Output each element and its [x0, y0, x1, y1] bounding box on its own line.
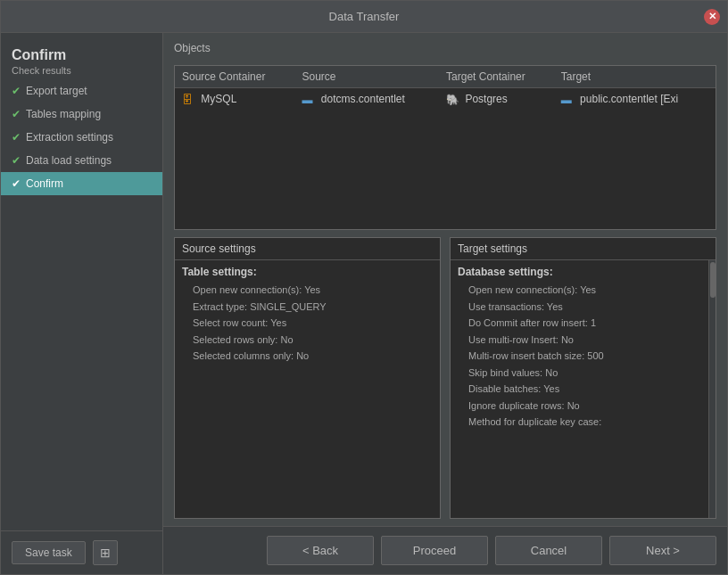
cancel-button[interactable]: Cancel	[495, 536, 602, 565]
col-target: Target	[554, 66, 716, 88]
sidebar-item-data-load-settings[interactable]: ✔ Data load settings	[1, 149, 162, 172]
dialog: Data Transfer ✕ Confirm Check results ✔ …	[0, 0, 728, 575]
target-setting-0: Open new connection(s): Yes	[458, 282, 701, 299]
title-bar: Data Transfer ✕	[1, 1, 727, 33]
target-setting-4: Multi-row insert batch size: 500	[458, 348, 701, 365]
target-setting-2: Do Commit after row insert: 1	[458, 315, 701, 332]
source-setting-3: Selected rows only: No	[182, 332, 433, 349]
sidebar-item-confirm[interactable]: ✔ Confirm	[1, 172, 162, 195]
target-group-title: Database settings:	[458, 266, 701, 278]
target-icon: ▬	[561, 94, 574, 106]
sidebar: Confirm Check results ✔ Export target ✔ …	[1, 33, 163, 574]
sidebar-item-label: Extraction settings	[26, 131, 113, 144]
check-icon: ✔	[12, 177, 21, 190]
bottom-buttons: < Back Proceed Cancel Next >	[163, 526, 727, 574]
footer-actions: Save task ⊞	[1, 530, 162, 574]
target-setting-6: Disable batches: Yes	[458, 381, 701, 398]
cell-source-container: 🗄 MySQL	[175, 88, 294, 111]
target-setting-3: Use multi-row Insert: No	[458, 332, 701, 349]
target-setting-7: Ignore duplicate rows: No	[458, 398, 701, 415]
table-row[interactable]: 🗄 MySQL ▬ dotcms.contentlet 🐘 Postgres	[175, 88, 716, 111]
close-button[interactable]: ✕	[704, 9, 720, 25]
sidebar-item-label: Tables mapping	[26, 108, 101, 120]
sidebar-item-label: Confirm	[26, 177, 63, 190]
target-settings-panel: Target settings Database settings: Open …	[450, 237, 716, 519]
scrollbar[interactable]	[708, 260, 716, 518]
settings-row: Source settings Table settings: Open new…	[174, 237, 716, 519]
col-source-container: Source Container	[175, 66, 294, 88]
dialog-title: Data Transfer	[329, 10, 400, 23]
target-setting-8: Method for duplicate key case:	[458, 414, 701, 431]
sidebar-item-label: Data load settings	[26, 154, 112, 167]
cell-target: ▬ public.contentlet [Exi	[554, 88, 716, 111]
sidebar-item-export-target[interactable]: ✔ Export target	[1, 79, 162, 103]
check-icon: ✔	[12, 85, 21, 97]
dotcms-icon: ▬	[302, 94, 314, 106]
source-settings-panel: Source settings Table settings: Open new…	[174, 237, 441, 519]
save-task-button[interactable]: Save task	[12, 541, 86, 564]
sidebar-item-label: Export target	[26, 85, 87, 97]
sidebar-item-tables-mapping[interactable]: ✔ Tables mapping	[1, 103, 162, 126]
objects-section: Objects	[163, 33, 727, 65]
source-setting-1: Extract type: SINGLE_QUERY	[182, 299, 433, 316]
source-settings-header: Source settings	[175, 238, 440, 260]
target-setting-1: Use transactions: Yes	[458, 299, 701, 316]
scrollbar-thumb	[710, 262, 716, 298]
check-icon: ✔	[12, 131, 21, 144]
content-area: Objects Source Container Source Target C…	[163, 33, 727, 574]
page-header: Confirm Check results	[1, 40, 162, 79]
target-settings-body[interactable]: Database settings: Open new connection(s…	[451, 260, 708, 518]
source-setting-0: Open new connection(s): Yes	[182, 282, 433, 299]
check-icon: ✔	[12, 108, 21, 120]
cell-target-container: 🐘 Postgres	[439, 88, 554, 111]
objects-table-container[interactable]: Source Container Source Target Container…	[174, 65, 716, 230]
next-button[interactable]: Next >	[609, 536, 716, 565]
objects-table: Source Container Source Target Container…	[175, 66, 716, 111]
source-settings-body[interactable]: Table settings: Open new connection(s): …	[175, 260, 440, 518]
main-content: Confirm Check results ✔ Export target ✔ …	[1, 33, 727, 574]
check-icon: ✔	[12, 154, 21, 167]
save-task-icon-button[interactable]: ⊞	[93, 540, 118, 565]
target-settings-header: Target settings	[451, 238, 716, 260]
col-source: Source	[294, 66, 439, 88]
back-button[interactable]: < Back	[267, 536, 374, 565]
page-subtitle: Check results	[12, 65, 152, 76]
source-group-title: Table settings:	[182, 266, 433, 278]
source-setting-2: Select row count: Yes	[182, 315, 433, 332]
table-icon: ⊞	[100, 546, 111, 560]
col-target-container: Target Container	[439, 66, 554, 88]
sidebar-item-extraction-settings[interactable]: ✔ Extraction settings	[1, 126, 162, 149]
cell-source: ▬ dotcms.contentlet	[294, 88, 439, 111]
target-setting-5: Skip bind values: No	[458, 365, 701, 382]
source-setting-4: Selected columns only: No	[182, 348, 433, 365]
proceed-button[interactable]: Proceed	[381, 536, 488, 565]
page-title: Confirm	[12, 47, 152, 63]
mysql-icon: 🗄	[182, 94, 194, 106]
objects-section-title: Objects	[174, 42, 716, 54]
postgres-icon: 🐘	[446, 94, 459, 106]
